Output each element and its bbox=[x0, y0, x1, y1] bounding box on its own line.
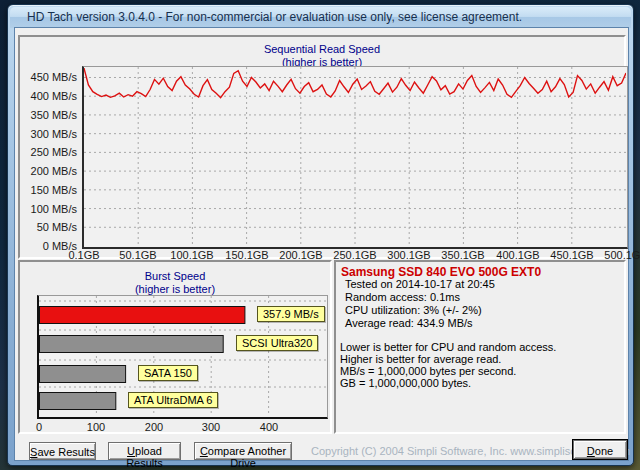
burst-bar-label: SCSI Ultra320 bbox=[236, 335, 318, 351]
drive-name: Samsung SSD 840 EVO 500G EXT0 bbox=[341, 265, 541, 279]
burst-bar bbox=[40, 336, 224, 353]
upload-results-button[interactable]: Upload Results bbox=[108, 442, 181, 460]
burst-x-tick-label: 300 bbox=[193, 421, 229, 433]
seq-y-tick-label: 150 MB/s bbox=[20, 184, 77, 196]
desktop-background: HD Tach version 3.0.4.0 - For non-commer… bbox=[0, 0, 640, 470]
burst-chart-subtitle: (higher is better) bbox=[20, 283, 330, 295]
save-results-button[interactable]: Save Results bbox=[29, 442, 96, 460]
drive-stat-line: CPU utilization: 3% (+/- 2%) bbox=[345, 304, 482, 316]
burst-x-tick-label: 400 bbox=[251, 421, 287, 433]
seq-y-tick-label: 100 MB/s bbox=[20, 203, 77, 215]
hd-tach-window: HD Tach version 3.0.4.0 - For non-commer… bbox=[7, 4, 634, 466]
burst-x-tick-label: 100 bbox=[78, 421, 114, 433]
drive-stat-line: Random access: 0.1ms bbox=[345, 291, 460, 303]
burst-bar-label: SATA 150 bbox=[138, 365, 198, 381]
compare-another-drive-button[interactable]: Compare Another Drive bbox=[194, 442, 292, 460]
sequential-read-chart-panel: Sequential Read Speed (higher is better)… bbox=[18, 35, 626, 259]
seq-y-tick-label: 400 MB/s bbox=[20, 90, 77, 102]
info-note-line: Higher is better for average read. bbox=[340, 353, 501, 365]
seq-y-tick-label: 300 MB/s bbox=[20, 128, 77, 140]
burst-x-tick-label: 0 bbox=[21, 421, 57, 433]
seq-y-tick-label: 450 MB/s bbox=[20, 71, 77, 83]
info-note-line: Lower is better for CPU and random acces… bbox=[340, 341, 556, 353]
done-button[interactable]: Done bbox=[572, 439, 628, 460]
info-note-line: MB/s = 1,000,000 bytes per second. bbox=[340, 365, 516, 377]
info-note-line: GB = 1,000,000,000 bytes. bbox=[340, 377, 471, 389]
seq-y-tick-label: 200 MB/s bbox=[20, 165, 77, 177]
drive-stat-line: Average read: 434.9 MB/s bbox=[345, 317, 473, 329]
drive-info-panel: Samsung SSD 840 EVO 500G EXT0 Tested on … bbox=[334, 260, 626, 434]
burst-bar-label: 357.9 MB/s bbox=[257, 306, 325, 322]
burst-speed-chart-panel: Burst Speed (higher is better) 010020030… bbox=[18, 260, 332, 434]
burst-x-tick-label: 200 bbox=[136, 421, 172, 433]
burst-bar bbox=[40, 307, 245, 324]
copyright-text: Copyright (C) 2004 Simpli Software, Inc.… bbox=[311, 445, 563, 457]
seq-y-tick-label: 50 MB/s bbox=[20, 221, 77, 233]
burst-bar bbox=[40, 366, 126, 383]
client-area: Sequential Read Speed (higher is better)… bbox=[14, 27, 629, 461]
drive-stat-line: Tested on 2014-10-17 at 20:45 bbox=[345, 278, 495, 290]
seq-plot-area bbox=[82, 66, 628, 249]
burst-chart-title: Burst Speed bbox=[20, 270, 330, 282]
burst-bar-label: ATA UltraDMA 6 bbox=[128, 392, 218, 408]
titlebar[interactable]: HD Tach version 3.0.4.0 - For non-commer… bbox=[10, 7, 631, 28]
burst-bar bbox=[40, 393, 116, 410]
seq-chart-title: Sequential Read Speed bbox=[20, 43, 624, 55]
seq-y-tick-label: 250 MB/s bbox=[20, 146, 77, 158]
seq-y-tick-label: 350 MB/s bbox=[20, 109, 77, 121]
window-title: HD Tach version 3.0.4.0 - For non-commer… bbox=[27, 10, 522, 24]
